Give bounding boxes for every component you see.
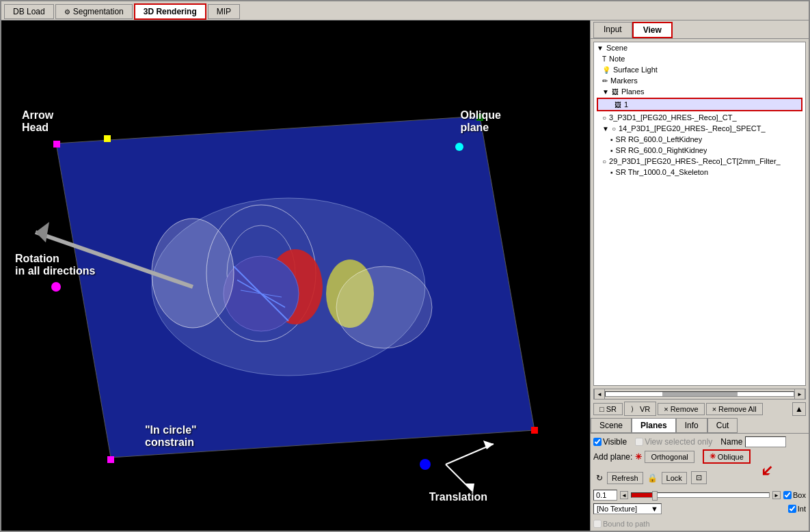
tab-view-label: View xyxy=(643,25,662,35)
tab-input[interactable]: Input xyxy=(593,22,632,38)
tab-segmentation-label: Segmentation xyxy=(73,7,124,16)
main-tab-bar: DB Load ⚙ Segmentation 3D Rendering MIP xyxy=(1,1,809,20)
no-texture-select[interactable]: [No Texture] ▼ xyxy=(593,503,662,514)
tab-scene[interactable]: Scene xyxy=(591,418,632,433)
vr-label: VR xyxy=(640,405,650,413)
up-button[interactable]: ▲ xyxy=(792,402,806,416)
visible-row: Visible View selected only Name xyxy=(593,436,806,447)
sr-button[interactable]: □ SR xyxy=(593,403,623,415)
panel-tab-bar: Input View xyxy=(591,20,809,39)
remove-all-button[interactable]: × Remove All xyxy=(706,403,763,415)
slider-value-input[interactable] xyxy=(593,490,617,501)
tab-3d-rendering[interactable]: 3D Rendering xyxy=(134,3,206,20)
tree-item-scene[interactable]: ▼ Scene xyxy=(594,42,805,53)
tree-item-right-kidney[interactable]: ▪ SR RG_600.0_RightKidney xyxy=(594,145,805,156)
visible-label: Visible xyxy=(603,437,627,447)
tree-item-planes[interactable]: ▼ 🖼 Planes xyxy=(594,86,805,97)
scene-tree[interactable]: ▼ Scene T Note 💡 Surface Light ✏ Markers… xyxy=(593,42,806,386)
spect-collapse-icon: ▼ xyxy=(602,125,609,132)
tree-item-left-kidney[interactable]: ▪ SR RG_600.0_LeftKidney xyxy=(594,134,805,145)
tree-planes-label: Planes xyxy=(621,87,645,96)
tab-db-load-label: DB Load xyxy=(13,7,45,16)
int-checkbox[interactable] xyxy=(788,505,796,513)
slider-track[interactable] xyxy=(631,492,770,498)
remove-button[interactable]: × Remove xyxy=(658,403,704,415)
view-selected-label: View selected only xyxy=(645,437,712,447)
asterisk-orthogonal: ✳ xyxy=(635,452,642,462)
tab-db-load[interactable]: DB Load xyxy=(4,4,54,19)
fit-button[interactable]: ⊡ xyxy=(691,471,707,484)
view-selected-wrap: View selected only xyxy=(635,437,712,447)
annotation-arrow-head: ArrowHead xyxy=(22,109,53,134)
lock-button[interactable]: Lock xyxy=(662,472,687,484)
vr-button[interactable]: ） VR xyxy=(624,402,656,416)
name-input[interactable] xyxy=(745,436,786,447)
bound-row: Bound to path xyxy=(591,517,809,531)
remove-label: Remove xyxy=(671,405,699,413)
tree-ct2mm-label: 29_P3D1_[PEG20_HRES-_Reco]_CT[2mm_Filter… xyxy=(609,157,781,165)
svg-point-10 xyxy=(152,219,234,328)
tree-scene-label: Scene xyxy=(606,44,627,52)
oblique-button[interactable]: ✳ Oblique xyxy=(703,449,751,464)
tab-3d-rendering-label: 3D Rendering xyxy=(144,7,197,16)
tree-scrollbar[interactable]: ◄ ► xyxy=(593,389,806,400)
tree-item-surface-light[interactable]: 💡 Surface Light xyxy=(594,64,805,75)
scroll-right-btn[interactable]: ► xyxy=(794,389,805,400)
slider-right-arrow[interactable]: ► xyxy=(772,491,781,499)
markers-icon: ✏ xyxy=(602,77,608,85)
svg-rect-18 xyxy=(104,135,111,142)
tab-mip[interactable]: MIP xyxy=(208,4,240,19)
add-plane-label: Add plane: xyxy=(593,452,632,462)
tree-item-skeleton[interactable]: ▪ SR Thr_1000.0_4_Skeleton xyxy=(594,167,805,178)
sr-icon: □ xyxy=(599,405,604,413)
svg-rect-14 xyxy=(53,141,60,148)
ct2mm-icon: ○ xyxy=(602,158,606,165)
planes-icon: 🖼 xyxy=(612,88,619,96)
surface-light-icon: 💡 xyxy=(602,66,610,74)
tree-item-plane-1[interactable]: 🖼 1 xyxy=(597,98,802,111)
tree-plane1-label: 1 xyxy=(624,100,628,109)
segmentation-icon: ⚙ xyxy=(64,8,70,16)
visible-checkbox[interactable] xyxy=(593,438,602,446)
scroll-track[interactable] xyxy=(605,391,794,397)
svg-marker-13 xyxy=(36,222,49,242)
tree-item-note[interactable]: T Note xyxy=(594,53,805,64)
slider-fill xyxy=(632,493,652,497)
tab-segmentation[interactable]: ⚙ Segmentation xyxy=(55,4,133,19)
box-checkbox-wrap: Box xyxy=(783,491,806,499)
dropdown-icon: ▼ xyxy=(651,505,658,513)
box-checkbox[interactable] xyxy=(783,491,792,499)
orthogonal-button[interactable]: Orthogonal xyxy=(645,451,694,463)
bottom-tab-bar: Scene Planes Info Cut xyxy=(591,418,809,434)
svg-rect-16 xyxy=(531,427,538,434)
scroll-left-btn[interactable]: ◄ xyxy=(594,389,605,400)
box-label: Box xyxy=(793,491,806,499)
spect-icon: ○ xyxy=(612,125,616,132)
tree-markers-label: Markers xyxy=(610,76,638,85)
note-icon: T xyxy=(602,55,606,63)
tree-skeleton-label: SR Thr_1000.0_4_Skeleton xyxy=(616,168,709,176)
tree-item-spect[interactable]: ▼ ○ 14_P3D1_[PEG20_HRES-_Reco]_SPECT_ xyxy=(594,123,805,134)
tab-planes[interactable]: Planes xyxy=(632,418,676,433)
tree-item-ct2mm[interactable]: ○ 29_P3D1_[PEG20_HRES-_Reco]_CT[2mm_Filt… xyxy=(594,156,805,167)
refresh-button[interactable]: Refresh xyxy=(607,472,643,484)
tree-item-markers[interactable]: ✏ Markers xyxy=(594,75,805,86)
view-selected-checkbox[interactable] xyxy=(635,438,643,446)
svg-point-19 xyxy=(420,459,431,470)
annotation-rotation: Rotationin all directions xyxy=(15,253,95,277)
name-label: Name xyxy=(720,437,742,447)
properties-panel: Visible View selected only Name Add plan… xyxy=(591,434,809,468)
tree-item-ct[interactable]: ○ 3_P3D1_[PEG20_HRES-_Reco]_CT_ xyxy=(594,112,805,123)
tab-info[interactable]: Info xyxy=(676,418,707,433)
bound-checkbox-wrap: Bound to path xyxy=(593,520,806,528)
visible-checkbox-wrap[interactable]: Visible xyxy=(593,437,627,447)
tab-view[interactable]: View xyxy=(632,22,673,38)
bound-checkbox[interactable] xyxy=(593,520,602,528)
slider-left-arrow[interactable]: ◄ xyxy=(620,491,628,499)
slider-thumb[interactable] xyxy=(652,491,658,501)
tab-cut[interactable]: Cut xyxy=(707,418,738,433)
3d-viewport[interactable]: ArrowHead Rotationin all directions "In … xyxy=(1,20,590,531)
sr-label: SR xyxy=(606,405,617,413)
tab-input-label: Input xyxy=(604,25,622,34)
tree-left-kidney-label: SR RG_600.0_LeftKidney xyxy=(616,135,703,143)
